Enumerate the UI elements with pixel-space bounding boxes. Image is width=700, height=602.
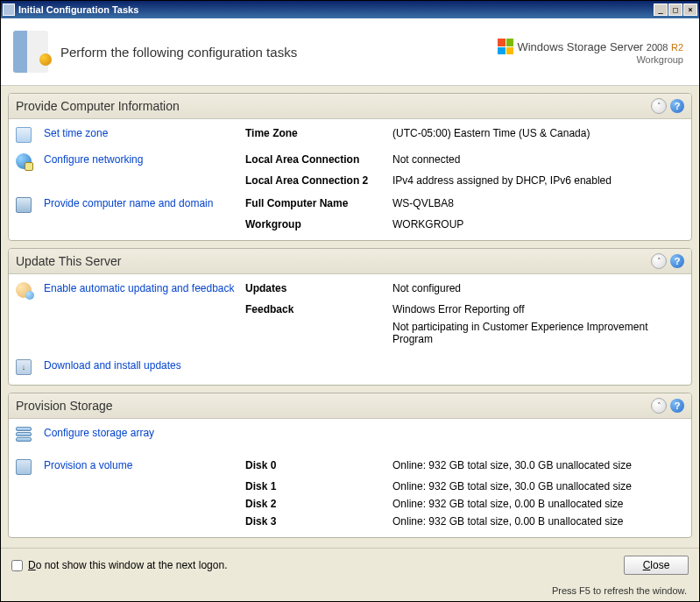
brand-main: Windows Storage Server 2008 R2 bbox=[517, 40, 683, 53]
group-header: Provision Storage ˄ ? bbox=[9, 393, 691, 419]
group-provision-storage: Provision Storage ˄ ? Configure storage … bbox=[8, 393, 692, 538]
server-icon bbox=[13, 31, 48, 73]
task-row: Configure storage array bbox=[9, 424, 691, 450]
header: Perform the following configuration task… bbox=[1, 18, 699, 86]
task-row: Provision a volume Disk 0 Online: 932 GB… bbox=[9, 457, 691, 478]
label: Disk 1 bbox=[240, 478, 387, 495]
task-row: Download and install updates bbox=[9, 357, 691, 378]
group-update-server: Update This Server ˄ ? Enable automatic … bbox=[8, 248, 692, 386]
value: Online: 932 GB total size, 0.00 B unallo… bbox=[387, 495, 691, 513]
task-row: Set time zone Time Zone (UTC-05:00) East… bbox=[9, 124, 691, 145]
label: Disk 0 bbox=[240, 457, 387, 478]
download-updates-link[interactable]: Download and install updates bbox=[44, 359, 181, 372]
label: Disk 3 bbox=[240, 513, 387, 530]
brand: Windows Storage Server 2008 R2 Workgroup bbox=[498, 39, 683, 65]
label: Disk 2 bbox=[240, 495, 387, 513]
clock-icon bbox=[16, 127, 32, 143]
group-title: Provide Computer Information bbox=[16, 99, 651, 113]
label: Full Computer Name bbox=[240, 195, 387, 216]
value: Not configured bbox=[387, 280, 691, 301]
windows-logo-icon bbox=[498, 39, 513, 54]
value: WS-QVLBA8 bbox=[387, 195, 691, 216]
label: Local Area Connection bbox=[240, 151, 387, 172]
value: Online: 932 GB total size, 0.00 B unallo… bbox=[387, 513, 691, 530]
window: Initial Configuration Tasks _ □ × Perfor… bbox=[0, 0, 700, 602]
collapse-button[interactable]: ˄ bbox=[651, 398, 667, 414]
configure-storage-link[interactable]: Configure storage array bbox=[44, 427, 154, 439]
task-row: Disk 3 Online: 932 GB total size, 0.00 B… bbox=[9, 513, 691, 530]
group-header: Provide Computer Information ˄ ? bbox=[9, 94, 691, 119]
value: Online: 932 GB total size, 30.0 GB unall… bbox=[387, 478, 691, 495]
task-row: Disk 2 Online: 932 GB total size, 0.00 B… bbox=[9, 495, 691, 513]
value: IPv4 address assigned by DHCP, IPv6 enab… bbox=[387, 172, 691, 189]
task-row: Enable automatic updating and feedback U… bbox=[9, 280, 691, 301]
value: Not participating in Customer Experience… bbox=[387, 318, 691, 348]
value: Not connected bbox=[387, 151, 691, 172]
label bbox=[240, 318, 387, 348]
network-icon bbox=[16, 153, 32, 169]
group-computer-info: Provide Computer Information ˄ ? Set tim… bbox=[8, 93, 692, 241]
task-row: Not participating in Customer Experience… bbox=[9, 318, 691, 348]
enable-updates-link[interactable]: Enable automatic updating and feedback bbox=[44, 282, 235, 294]
label: Time Zone bbox=[240, 124, 387, 145]
help-button[interactable]: ? bbox=[670, 254, 684, 268]
task-row: Configure networking Local Area Connecti… bbox=[9, 151, 691, 172]
download-icon bbox=[16, 359, 32, 375]
close-button[interactable]: Close bbox=[624, 556, 689, 575]
computer-name-link[interactable]: Provide computer name and domain bbox=[44, 197, 213, 209]
collapse-button[interactable]: ˄ bbox=[651, 98, 667, 114]
task-row: Provide computer name and domain Full Co… bbox=[9, 195, 691, 216]
minimize-button[interactable]: _ bbox=[654, 4, 668, 16]
titlebar: Initial Configuration Tasks _ □ × bbox=[1, 1, 699, 18]
collapse-button[interactable]: ˄ bbox=[651, 253, 667, 269]
provision-volume-link[interactable]: Provision a volume bbox=[44, 459, 132, 471]
window-title: Initial Configuration Tasks bbox=[18, 4, 654, 15]
maximize-button[interactable]: □ bbox=[668, 4, 682, 16]
task-row: Feedback Windows Error Reporting off bbox=[9, 301, 691, 318]
content: Provide Computer Information ˄ ? Set tim… bbox=[1, 86, 699, 548]
label: Workgroup bbox=[240, 216, 387, 233]
group-header: Update This Server ˄ ? bbox=[9, 249, 691, 274]
task-row: Disk 1 Online: 932 GB total size, 30.0 G… bbox=[9, 478, 691, 495]
header-subtitle: Perform the following configuration task… bbox=[60, 45, 498, 60]
task-row: Local Area Connection 2 IPv4 address ass… bbox=[9, 172, 691, 189]
do-not-show-label[interactable]: Do not show this window at the next logo… bbox=[28, 559, 227, 571]
label: Local Area Connection 2 bbox=[240, 172, 387, 189]
label: Updates bbox=[240, 280, 387, 301]
footer: Do not show this window at the next logo… bbox=[1, 548, 699, 582]
volume-icon bbox=[16, 459, 32, 475]
status-bar: Press F5 to refresh the window. bbox=[1, 582, 699, 601]
task-row: Workgroup WORKGROUP bbox=[9, 216, 691, 233]
computer-icon bbox=[16, 197, 32, 213]
value: Windows Error Reporting off bbox=[387, 301, 691, 318]
app-icon bbox=[3, 4, 15, 16]
value: Online: 932 GB total size, 30.0 GB unall… bbox=[387, 457, 691, 478]
help-button[interactable]: ? bbox=[670, 99, 684, 113]
configure-networking-link[interactable]: Configure networking bbox=[44, 153, 143, 166]
group-title: Provision Storage bbox=[16, 399, 651, 413]
group-title: Update This Server bbox=[16, 254, 651, 268]
help-button[interactable]: ? bbox=[670, 399, 684, 413]
label: Feedback bbox=[240, 301, 387, 318]
set-time-zone-link[interactable]: Set time zone bbox=[44, 127, 108, 139]
brand-sub: Workgroup bbox=[498, 54, 683, 65]
value: (UTC-05:00) Eastern Time (US & Canada) bbox=[387, 124, 691, 145]
do-not-show-checkbox[interactable] bbox=[11, 560, 23, 571]
close-window-button[interactable]: × bbox=[683, 4, 697, 16]
value: WORKGROUP bbox=[387, 216, 691, 233]
users-icon bbox=[16, 282, 32, 298]
storage-icon bbox=[16, 427, 32, 444]
